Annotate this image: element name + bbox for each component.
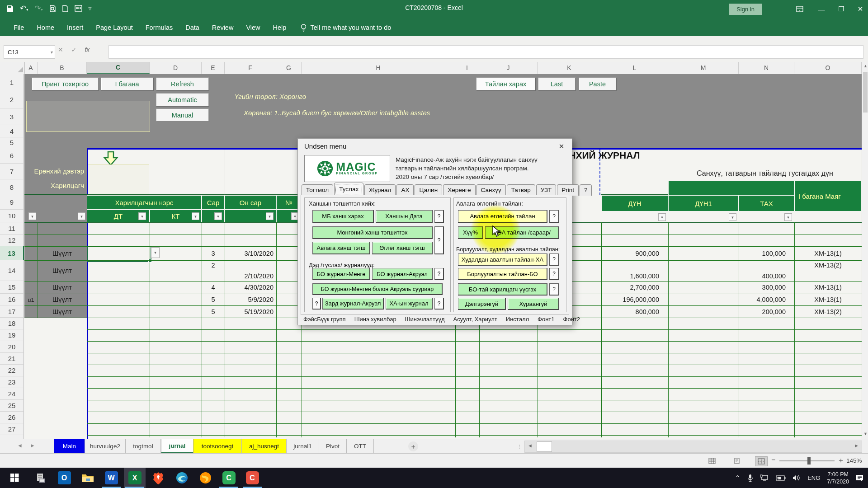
cell-b17[interactable]: Шүүлт <box>38 305 87 318</box>
btn-delgerengui[interactable]: Дэлгэрэнгүй <box>458 298 506 310</box>
page-break-view-icon[interactable] <box>755 456 768 466</box>
zoom-level[interactable]: 145% <box>846 457 862 464</box>
cell-date13[interactable]: 3/10/2020 <box>225 246 275 260</box>
row-header-27[interactable]: 27 <box>0 423 24 435</box>
tray-battery-icon[interactable] <box>776 475 786 481</box>
zoom-slider-thumb[interactable] <box>807 457 811 465</box>
dialog-link-ФэйсБүүк грүпп[interactable]: ФэйсБүүк грүпп <box>303 316 346 323</box>
cell-total15[interactable]: 2,700,000 <box>601 281 661 294</box>
column-header-G[interactable]: G <box>276 62 302 74</box>
new-sheet-button[interactable]: ＋ <box>408 441 418 451</box>
column-header-B[interactable]: B <box>38 62 87 74</box>
btn-q7[interactable]: ? <box>549 253 559 266</box>
btn-hansh-data[interactable]: Ханшын Дата <box>376 210 433 223</box>
normal-view-icon[interactable] <box>706 456 718 465</box>
row-header-9[interactable]: 9 <box>0 195 24 210</box>
zoom-slider[interactable] <box>779 460 835 461</box>
cell-date15[interactable]: 4/30/2020 <box>225 281 275 294</box>
horizontal-scroll-thumb[interactable] <box>537 441 552 452</box>
ribbon-tab-file[interactable]: File <box>7 19 30 36</box>
row-header-23[interactable]: 23 <box>0 376 24 388</box>
ribbon-tab-page-layout[interactable]: Page Layout <box>90 19 139 36</box>
dialog-link-Фонт1[interactable]: Фонт1 <box>538 316 554 323</box>
tell-me-box[interactable]: Tell me what you want to do <box>301 24 391 32</box>
dialog-link-Асуулт, Хариулт[interactable]: Асуулт, Хариулт <box>453 316 497 323</box>
column-header-L[interactable]: L <box>601 62 668 74</box>
filter-dropdown-total[interactable]: ▾ <box>658 213 666 221</box>
row-header-4[interactable]: 4 <box>0 125 24 137</box>
row-header-16[interactable]: 16 <box>0 294 24 305</box>
dialog-tab-Туслах[interactable]: Туслах <box>334 183 363 196</box>
minimize-button[interactable]: — <box>814 3 829 15</box>
tabs-scroll-left-icon[interactable]: ◄ <box>17 442 23 449</box>
ribbon-tab-data[interactable]: Data <box>179 19 206 36</box>
btn-q9[interactable]: ? <box>549 283 559 296</box>
taskbar-firefox-icon[interactable] <box>194 468 216 488</box>
taskbar-camtasia-red-icon[interactable]: C <box>241 468 263 488</box>
row-header-28[interactable]: 28 <box>0 435 24 439</box>
cell-form14[interactable]: XM-13(2) <box>794 260 862 281</box>
cell-date17[interactable]: 5/19/2020 <box>225 305 275 318</box>
print-config-button[interactable]: Принт тохиргоо <box>32 77 99 90</box>
filter-dropdown-date[interactable]: ▾ <box>266 212 274 220</box>
vertical-scrollbar[interactable]: ▲ ▼ <box>862 62 868 439</box>
tray-clock[interactable]: 7:00 PM 7/7/2020 <box>827 471 849 485</box>
btn-q8[interactable]: ? <box>549 268 559 280</box>
dialog-link-Фонт2[interactable]: Фонт2 <box>563 316 580 323</box>
column-header-E[interactable]: E <box>202 62 225 74</box>
dialog-tab-Print[interactable]: Print <box>557 184 579 196</box>
cell-form13[interactable]: XM-13(1) <box>794 246 862 260</box>
select-all-corner[interactable] <box>0 62 25 74</box>
row-header-13[interactable]: 13 <box>0 246 24 260</box>
sheet-tab-togtmol[interactable]: togtmol <box>126 439 161 453</box>
scroll-up-icon[interactable]: ▲ <box>863 64 868 68</box>
btn-q1[interactable]: ? <box>434 210 444 223</box>
dialog-close-icon[interactable]: ✕ <box>556 141 567 151</box>
ribbon-tab-formulas[interactable]: Formulas <box>139 19 179 36</box>
vertical-scroll-thumb[interactable] <box>863 72 868 113</box>
cell-tax14[interactable]: 400,000 <box>739 260 788 281</box>
taskbar-outlook-icon[interactable]: O <box>53 468 75 488</box>
fill-handle[interactable] <box>148 259 152 263</box>
tray-mic-icon[interactable] <box>747 474 753 482</box>
row-header-8[interactable]: 8 <box>0 179 24 195</box>
cell-form17[interactable]: XM-13(2) <box>794 305 862 318</box>
dialog-tab-Журнал[interactable]: Журнал <box>364 184 396 196</box>
scroll-down-icon[interactable]: ▼ <box>863 432 868 436</box>
row-header-17[interactable]: 17 <box>0 305 24 318</box>
last-button[interactable]: Last <box>538 77 576 90</box>
cell-form16[interactable]: XM-13(1) <box>794 294 862 305</box>
column-header-H[interactable]: H <box>302 62 455 74</box>
column-header-I[interactable]: I <box>455 62 479 74</box>
filter-dropdown-b[interactable]: ▾ <box>78 212 85 220</box>
cell-form15[interactable]: XM-13(1) <box>794 281 862 294</box>
row-header-11[interactable]: 11 <box>0 222 24 235</box>
row-header-10[interactable]: 10 <box>0 210 24 222</box>
i-column-button[interactable]: I багана <box>101 77 153 90</box>
column-header-K[interactable]: K <box>538 62 601 74</box>
row-header-24[interactable]: 24 <box>0 388 24 400</box>
row-header-26[interactable]: 26 <box>0 412 24 423</box>
cell-month14[interactable]: 2 <box>202 260 225 281</box>
btn-zard[interactable]: Зард журнал-Акруэл <box>322 298 384 310</box>
cell-tax16[interactable]: 4,000,000 <box>739 294 788 305</box>
cell-month15[interactable]: 4 <box>202 281 225 294</box>
cell-date16[interactable]: 5/9/2020 <box>225 294 275 305</box>
cell-month13[interactable]: 3 <box>202 246 225 260</box>
cell-b15[interactable]: Шүүлт <box>38 281 87 294</box>
cancel-icon[interactable]: ✕ <box>58 46 63 53</box>
cell-tax13[interactable]: 100,000 <box>739 246 788 260</box>
tabs-scroll-right-icon[interactable]: ► <box>30 442 35 449</box>
ribbon-tab-home[interactable]: Home <box>30 19 61 36</box>
taskbar-excel-icon[interactable]: X <box>124 468 146 488</box>
column-header-A[interactable]: A <box>24 62 38 74</box>
filter-dropdown-month[interactable]: ▾ <box>214 212 222 220</box>
filter-dropdown-tax[interactable]: ▾ <box>784 213 792 221</box>
btn-money-adjust[interactable]: Мөнгөний ханш тэгшитгэх <box>312 226 433 239</box>
row-header-3[interactable]: 3 <box>0 108 24 125</box>
paste-button[interactable]: Paste <box>579 77 616 90</box>
btn-bo-akruel[interactable]: БО журнал-Акруэл <box>372 268 433 280</box>
dialog-tab-Татвар[interactable]: Татвар <box>507 184 535 196</box>
column-header-C[interactable]: C <box>87 62 150 74</box>
row-header-19[interactable]: 19 <box>0 329 24 341</box>
